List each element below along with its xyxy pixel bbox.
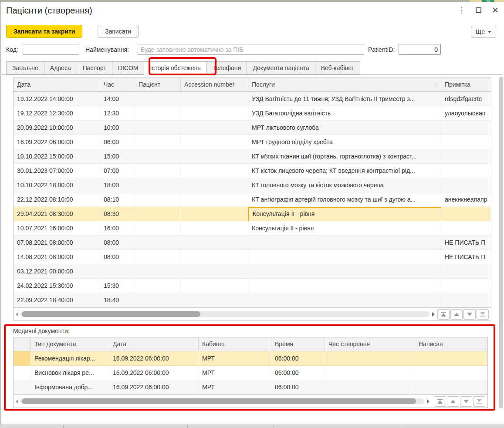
table-cell-accession[interactable]: [181, 164, 248, 178]
column-header-6[interactable]: Написав: [415, 337, 487, 351]
table-cell-services[interactable]: МРТ грудного відділу хребта: [248, 135, 441, 149]
tab-4[interactable]: Історія обстежень: [144, 61, 206, 75]
table-cell-date[interactable]: 29.04.2021 08:30:00: [14, 207, 100, 221]
table-cell-services[interactable]: КТ ангіографія артерій головного мозку т…: [248, 192, 441, 207]
table-row[interactable]: 20.09.2022 10:00:0010:00МРТ ліктьового с…: [14, 121, 491, 135]
tab-1[interactable]: Адреса: [44, 61, 77, 74]
table-row[interactable]: 19.12.2022 12:30:0012:30УЗД Багатоплідна…: [14, 106, 491, 121]
go-previous-button[interactable]: [450, 309, 463, 320]
table-cell-note[interactable]: улаоуолыовап: [441, 106, 491, 121]
tab-7[interactable]: Веб-кабінет: [315, 61, 360, 74]
table-cell-note[interactable]: [441, 221, 491, 236]
table-cell-patient[interactable]: [135, 279, 181, 293]
table-row[interactable]: 10.07.2021 16:00:0016:00Консультація II …: [14, 221, 491, 236]
documents-hscroll-track[interactable]: [20, 398, 424, 404]
table-cell-time[interactable]: 18:00: [100, 178, 135, 192]
table-cell-date[interactable]: 14.08.2021 08:00:00: [14, 250, 100, 264]
save-button[interactable]: Записати: [98, 25, 139, 38]
table-row[interactable]: 10.10.2022 15:00:0015:00КТ м'яких тканин…: [14, 149, 491, 164]
table-cell-note[interactable]: анекнкнеапапр: [441, 192, 491, 207]
table-cell-created[interactable]: [325, 380, 415, 394]
column-header-2[interactable]: Пацієнт: [135, 78, 181, 91]
tab-5[interactable]: Телефони: [206, 61, 247, 74]
table-cell-date[interactable]: 19.12.2022 14:00:00: [14, 92, 100, 106]
table-cell-services[interactable]: [248, 264, 441, 279]
table-cell-date[interactable]: 10.07.2021 16:00:00: [14, 221, 100, 236]
table-cell-time[interactable]: 06:00:00: [271, 366, 325, 380]
table-cell-room[interactable]: МРТ: [199, 380, 271, 394]
table-cell-date[interactable]: 20.09.2022 10:00:00: [14, 121, 100, 135]
table-cell-type[interactable]: Рекомендація лікар...: [31, 351, 109, 366]
table-row[interactable]: 22.09.2022 18:40:0018:40: [14, 293, 491, 307]
history-hscroll-track[interactable]: [20, 311, 430, 317]
table-cell-created[interactable]: [325, 366, 415, 380]
table-cell-patient[interactable]: [135, 250, 181, 264]
tab-3[interactable]: DICOM: [112, 61, 145, 74]
table-cell-services[interactable]: Консультація II - рівня: [248, 221, 441, 236]
table-row[interactable]: Інформована добр...16.09.2022 06:00:00МР…: [14, 380, 487, 394]
table-cell-date[interactable]: 03.12.2021 00:00:00: [14, 264, 100, 279]
column-header-1[interactable]: Час: [100, 78, 135, 91]
table-row[interactable]: 30.01.2023 07:00:0007:00КТ кісток лицево…: [14, 164, 491, 178]
table-cell-accession[interactable]: [181, 207, 248, 221]
scroll-right-icon[interactable]: [427, 399, 430, 404]
tab-6[interactable]: Документи пацієнта: [247, 61, 315, 74]
column-header-5[interactable]: Час створення: [325, 337, 415, 351]
table-cell-services[interactable]: [248, 250, 441, 264]
table-row[interactable]: 07.08.2021 08:00:0008:00НЕ ПИСАТЬ П: [14, 236, 491, 250]
close-icon[interactable]: ✕: [492, 6, 499, 14]
go-first-button[interactable]: [437, 309, 450, 320]
table-cell-time[interactable]: 15:30: [100, 279, 135, 293]
tab-0[interactable]: Загальне: [6, 61, 44, 74]
more-button[interactable]: Ще: [471, 26, 496, 38]
table-row[interactable]: 29.04.2021 08:30:0008:30Консультація II …: [14, 207, 491, 221]
table-cell-note[interactable]: НЕ ПИСАТЬ П: [441, 250, 491, 264]
table-cell-note[interactable]: [441, 264, 491, 279]
table-cell-date[interactable]: 10.10.2022 18:00:00: [14, 178, 100, 192]
table-cell-marker[interactable]: [14, 351, 31, 366]
maximize-icon[interactable]: [476, 7, 481, 13]
table-cell-patient[interactable]: [135, 135, 181, 149]
table-cell-services[interactable]: УЗД Вагітність до 11 тижня; УЗД Вагітніс…: [248, 92, 441, 106]
vertical-scrollbar[interactable]: [499, 77, 503, 408]
table-cell-date[interactable]: 16.09.2022 06:00:00: [109, 366, 199, 380]
table-cell-services[interactable]: КТ кісток лицевого черепа; КТ введення к…: [248, 164, 441, 178]
table-cell-services[interactable]: [248, 279, 441, 293]
table-cell-time[interactable]: 14:00: [100, 92, 135, 106]
table-cell-patient[interactable]: [135, 178, 181, 192]
table-row[interactable]: 10.10.2022 18:00:0018:00КТ головного моз…: [14, 178, 491, 192]
table-cell-note[interactable]: [441, 164, 491, 178]
table-cell-date[interactable]: 16.09.2022 06:00:00: [109, 380, 199, 394]
table-cell-time[interactable]: 08:00: [100, 236, 135, 250]
table-cell-marker[interactable]: [14, 366, 31, 380]
table-cell-accession[interactable]: [181, 178, 248, 192]
table-cell-services[interactable]: КТ головного мозку та кісток мозкового ч…: [248, 178, 441, 192]
table-cell-author[interactable]: [415, 380, 487, 394]
table-cell-services[interactable]: МРТ ліктьового суглоба: [248, 121, 441, 135]
column-header-1[interactable]: Тип документа: [31, 337, 109, 351]
table-cell-date[interactable]: 22.12.2022 08:10:00: [14, 192, 100, 207]
table-cell-patient[interactable]: [135, 293, 181, 307]
table-row[interactable]: Рекомендація лікар...16.09.2022 06:00:00…: [14, 351, 487, 366]
table-cell-time[interactable]: 15:00: [100, 149, 135, 164]
table-row[interactable]: 22.12.2022 08:10:0008:10КТ ангіографія а…: [14, 192, 491, 207]
table-cell-accession[interactable]: [181, 279, 248, 293]
column-header-4[interactable]: Время: [271, 337, 325, 351]
table-cell-accession[interactable]: [181, 92, 248, 106]
table-cell-time[interactable]: 12:30: [100, 106, 135, 121]
go-first-button[interactable]: [434, 396, 446, 407]
table-cell-time[interactable]: 07:00: [100, 164, 135, 178]
table-cell-accession[interactable]: [181, 264, 248, 279]
column-header-3[interactable]: Кабинет: [199, 337, 271, 351]
table-cell-time[interactable]: 18:40: [100, 293, 135, 307]
table-cell-time[interactable]: 06:00:00: [271, 351, 325, 366]
table-cell-date[interactable]: 07.08.2021 08:00:00: [14, 236, 100, 250]
table-cell-patient[interactable]: [135, 264, 181, 279]
table-cell-type[interactable]: Інформована добр...: [31, 380, 109, 394]
table-cell-accession[interactable]: [181, 250, 248, 264]
table-cell-accession[interactable]: [181, 135, 248, 149]
table-row[interactable]: 19.12.2022 14:00:0014:00УЗД Вагітність д…: [14, 92, 491, 106]
column-header-2[interactable]: Дата: [109, 337, 199, 351]
patient-id-input[interactable]: [399, 44, 441, 55]
table-cell-date[interactable]: 30.01.2023 07:00:00: [14, 164, 100, 178]
